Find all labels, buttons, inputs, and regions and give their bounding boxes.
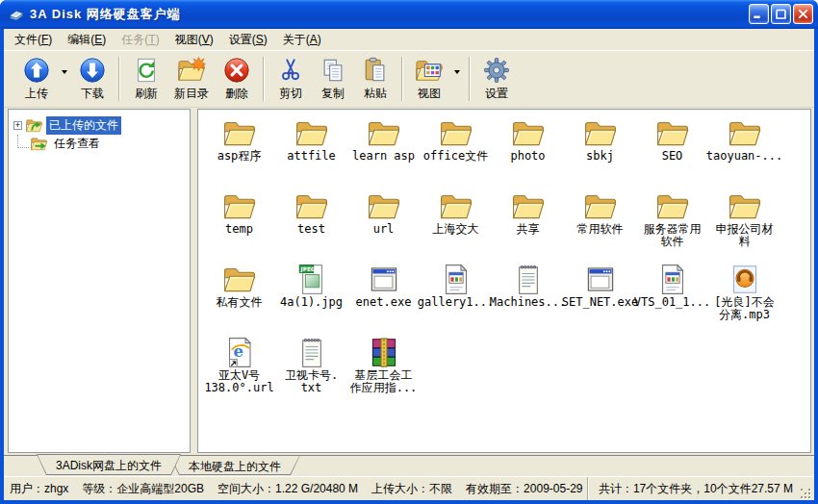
tree-expander[interactable]: +	[13, 121, 22, 130]
file-item[interactable]: temp	[203, 190, 275, 264]
html-icon	[439, 264, 473, 295]
file-item[interactable]: 服务器常用 软件	[636, 190, 708, 264]
paste-button[interactable]: 粘贴	[354, 54, 396, 105]
file-item[interactable]: 私有文件	[203, 264, 275, 337]
main-area: +已上传的文件任务查看 asp程序attfilelearn aspoffice文…	[4, 108, 814, 455]
file-item[interactable]: enet.exe	[347, 264, 420, 337]
file-item-label: Machines...	[490, 296, 566, 309]
folder-icon	[583, 190, 618, 222]
file-item-label: 基层工会工 作应用指...	[350, 369, 418, 394]
folder-icon	[222, 264, 257, 295]
txt-icon	[511, 264, 546, 295]
maximize-icon	[773, 6, 789, 22]
refresh-icon	[132, 57, 161, 84]
file-item-label: attfile	[287, 150, 336, 163]
close-button[interactable]	[793, 4, 813, 24]
title-bar[interactable]: 3A Disk 网络硬盘客户端	[0, 0, 818, 29]
maximize-button[interactable]	[771, 4, 791, 24]
menu-bar: 文件(F)编辑(E)任务(T)视图(V)设置(S)关于(A)	[4, 29, 814, 50]
download-button[interactable]: 下载	[71, 54, 114, 105]
file-item-label: 4a(1).jpg	[280, 296, 343, 309]
file-item[interactable]: photo	[492, 117, 564, 190]
toolbar-separator	[469, 57, 471, 101]
file-item[interactable]: SET_NET.exe	[564, 264, 636, 337]
upload-icon	[22, 57, 51, 84]
file-item[interactable]: office文件	[420, 117, 492, 190]
status-segment: 上传大小：不限	[371, 481, 452, 497]
folder-icon	[728, 117, 762, 149]
file-item[interactable]: 共享	[492, 190, 564, 264]
refresh-button[interactable]: 刷新	[125, 54, 167, 105]
bottom-tab-strip: 3ADisk网盘上的文件本地硬盘上的文件	[4, 455, 814, 476]
resize-grip[interactable]	[799, 487, 812, 500]
minimize-button[interactable]	[749, 4, 769, 24]
delete-icon	[222, 57, 251, 84]
exe-icon	[367, 264, 401, 295]
file-item[interactable]: attfile	[275, 117, 347, 190]
tree-item-task-view[interactable]: 任务查看	[13, 135, 188, 153]
folder-task-icon	[30, 136, 48, 152]
file-item-label: sbkj	[586, 150, 614, 163]
menu-item-edit[interactable]: 编辑(E)	[60, 29, 114, 51]
viewmode-button[interactable]: 视图	[408, 54, 450, 105]
file-item[interactable]: 基层工会工 作应用指...	[347, 337, 420, 410]
file-item[interactable]: test	[275, 190, 347, 264]
file-item[interactable]: SEO	[636, 117, 708, 190]
setup-button[interactable]: 设置	[475, 54, 518, 105]
folder-icon	[439, 117, 473, 149]
panel-splitter[interactable]	[191, 109, 197, 453]
file-item-label: 卫视卡号. txt	[285, 369, 338, 394]
file-item-label: [光良]不会 分离.mp3	[714, 296, 774, 321]
newdir-button[interactable]: 新目录	[167, 54, 216, 105]
file-item[interactable]: 卫视卡号. txt	[275, 337, 347, 410]
file-item[interactable]: e亚太V号 138.0°.url	[203, 337, 275, 410]
file-item[interactable]: sbkj	[564, 117, 636, 190]
file-item[interactable]: 上海交大	[420, 190, 492, 264]
file-item[interactable]: taoyuan-...	[708, 117, 780, 190]
menu-item-file[interactable]: 文件(F)	[7, 29, 60, 51]
menu-item-about[interactable]: 关于(A)	[275, 29, 329, 51]
close-icon	[795, 6, 811, 22]
folder-icon	[655, 117, 690, 149]
upload-button[interactable]: 上传	[15, 54, 58, 105]
file-item[interactable]: JPEG4a(1).jpg	[275, 264, 347, 337]
folder-tree-panel: +已上传的文件任务查看	[8, 109, 191, 453]
tab-remote[interactable]: 3ADisk网盘上的文件	[37, 454, 181, 475]
tree-item-uploaded-files[interactable]: +已上传的文件	[13, 116, 188, 135]
cut-icon	[276, 57, 305, 84]
file-item[interactable]: [光良]不会 分离.mp3	[708, 264, 780, 337]
toolbar-separator	[401, 57, 403, 101]
file-item[interactable]: 常用软件	[564, 190, 636, 264]
file-item-label: SEO	[662, 150, 683, 163]
tree-item-label: 任务查看	[51, 135, 103, 153]
delete-button[interactable]: 删除	[216, 54, 258, 105]
status-bar: 用户：zhgx等级：企业高端型20GB空间大小：1.22 G/20480 M上传…	[4, 476, 814, 500]
file-item[interactable]: VTS_01_1...	[636, 264, 708, 337]
copy-button[interactable]: 复制	[312, 54, 354, 105]
file-item-label: gallery1...	[418, 296, 494, 309]
cut-button[interactable]: 剪切	[269, 54, 312, 105]
status-account-info: 用户：zhgx等级：企业高端型20GB空间大小：1.22 G/20480 M上传…	[10, 481, 587, 497]
menu-item-settings[interactable]: 设置(S)	[221, 29, 275, 51]
file-item[interactable]: url	[347, 190, 420, 264]
folder-icon	[222, 117, 257, 149]
tab-local[interactable]: 本地硬盘上的文件	[169, 455, 300, 475]
upload-dropdown-arrow[interactable]	[58, 70, 71, 88]
file-item[interactable]: 申报公司材 料	[708, 190, 780, 264]
file-item[interactable]: Machines...	[492, 264, 564, 337]
tab-label: 本地硬盘上的文件	[169, 455, 300, 475]
folder-icon	[439, 190, 473, 222]
menu-item-view[interactable]: 视图(V)	[167, 29, 221, 51]
file-item[interactable]: gallery1...	[420, 264, 492, 337]
status-segment: 空间大小：1.22 G/20480 M	[217, 481, 358, 497]
file-item[interactable]: learn asp	[347, 117, 420, 190]
folder-upload-icon	[25, 117, 43, 134]
url-icon: e	[222, 337, 257, 368]
txt-icon	[294, 337, 329, 368]
file-item-label: 服务器常用 软件	[644, 223, 702, 248]
window-controls	[749, 4, 813, 24]
file-item[interactable]: asp程序	[203, 117, 275, 190]
html-icon	[655, 264, 690, 295]
app-window: 3A Disk 网络硬盘客户端 文件(F)编辑(E)任务(T)视图(V)设置(S…	[0, 0, 818, 504]
viewmode-dropdown-arrow[interactable]	[450, 70, 464, 88]
